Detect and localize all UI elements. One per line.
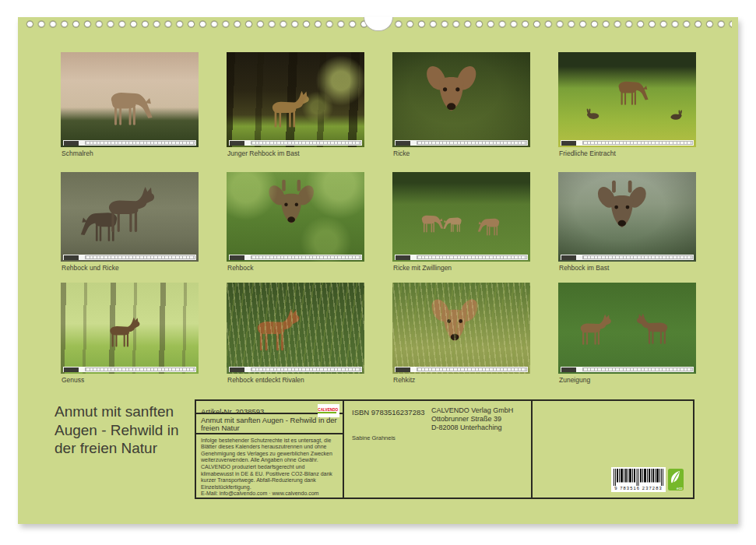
deer-figure-grazing xyxy=(438,213,468,234)
deer-figure-standing xyxy=(102,317,149,350)
calendar-strip-day-cells xyxy=(417,141,528,145)
calendar-back-cover: { "colors": { "page_green": "#ccd98b", "… xyxy=(0,0,756,545)
calendar-thumbnail: Friedliche Eintracht xyxy=(558,52,696,147)
calendar-strip-day-cells xyxy=(582,255,694,259)
calendar-strip-day-cells xyxy=(582,141,694,145)
calendar-strip-day-cells xyxy=(251,255,362,259)
calendar-strip-month-label xyxy=(396,141,410,146)
calendar-thumbnail: Junger Rehbock im Bast xyxy=(227,52,364,147)
artikel-number: Artikel-Nr. 2038593 xyxy=(201,407,264,416)
calendar-thumbnail: Genuss xyxy=(61,283,199,374)
calendar-strip-month-label xyxy=(561,141,576,146)
calendar-strip xyxy=(395,140,528,146)
calendar-thumbnail: Ricke xyxy=(392,52,530,147)
deer-figure-buck-head xyxy=(591,180,653,242)
back-cover-title: Anmut mit sanften Augen - Rehwild in der… xyxy=(55,403,199,458)
calendar-strip xyxy=(561,255,694,260)
deer-figure-standing xyxy=(97,186,168,236)
info-column-left: Artikel-Nr. 2038593 CALVENDO Anmut mit s… xyxy=(196,401,344,498)
deer-figure-buck-head xyxy=(262,179,320,237)
thumbnail-caption: Friedliche Eintracht xyxy=(559,150,616,157)
calendar-strip-day-cells xyxy=(85,141,196,145)
calendar-strip-day-cells xyxy=(251,141,362,145)
calendar-strip-day-cells xyxy=(417,255,528,259)
deer-figure-grazing xyxy=(471,213,507,237)
deer-figure-grazing xyxy=(608,73,658,108)
thumbnail-caption: Junger Rehbock im Bast xyxy=(227,150,300,157)
calvendo-logo: CALVENDO xyxy=(318,404,339,417)
info-column-right: 9 783516 237283 eco xyxy=(533,401,693,498)
publisher-address: CALVENDO Verlag GmbH Ottobrunner Straße … xyxy=(431,406,513,432)
calendar-strip-day-cells xyxy=(85,255,196,259)
calendar-strip xyxy=(63,255,196,260)
thumbnail-photo xyxy=(392,283,530,374)
calendar-strip-month-label xyxy=(561,367,576,372)
calendar-thumbnail: Rehbock und Ricke xyxy=(61,172,199,262)
info-column-middle: ISBN 9783516237283 CALVENDO Verlag GmbH … xyxy=(344,401,533,498)
calendar-strip-day-cells xyxy=(251,367,362,371)
thumbnail-caption: Ricke xyxy=(393,150,410,157)
thumbnail-caption: Schmalreh xyxy=(62,150,93,157)
calendar-thumbnail: Rehbock entdeckt Rivalen xyxy=(227,283,364,374)
calendar-strip-month-label xyxy=(230,255,244,260)
calendar-thumbnail: Ricke mit Zwillingen xyxy=(392,172,530,262)
deer-figure-doe-head xyxy=(425,295,484,354)
calendar-strip xyxy=(561,367,694,372)
calendar-strip-day-cells xyxy=(417,367,528,371)
calendar-thumbnail: Rehkitz xyxy=(392,283,530,374)
calendar-strip-month-label xyxy=(230,141,244,146)
deer-figure-standing xyxy=(246,308,312,354)
calendar-strip xyxy=(229,140,362,146)
legal-cell: Infolge bestehender Schutzrechte ist es … xyxy=(196,434,343,498)
thumbnail-caption: Zuneigung xyxy=(559,377,590,384)
deer-figure-standing xyxy=(262,90,320,131)
thumbnail-photo xyxy=(227,172,364,262)
calendar-thumbnail: Zuneigung xyxy=(558,283,696,374)
calendar-thumbnail: Schmalreh xyxy=(61,52,199,147)
calvendo-logo-book-icon xyxy=(339,407,339,415)
thumbnail-photo xyxy=(61,283,199,374)
thumbnail-caption: Rehbock xyxy=(227,265,254,272)
author-name: Sabine Grahneis xyxy=(352,434,396,441)
thumbnail-caption: Ricke mit Zwillingen xyxy=(393,265,452,272)
eco-badge: eco xyxy=(668,469,684,490)
calendar-strip-month-label xyxy=(396,367,410,372)
calendar-page: Schmalreh Junger Rehbock im Bast Ricke F… xyxy=(18,17,738,524)
calendar-strip xyxy=(229,367,362,372)
calendar-strip xyxy=(63,140,196,146)
calendar-strip-month-label xyxy=(396,255,410,260)
calendar-strip xyxy=(395,367,528,372)
deer-figure-doe-head xyxy=(420,62,483,125)
isbn-number: ISBN 9783516237283 xyxy=(352,408,425,417)
calendar-thumbnail: Rehbock xyxy=(227,172,364,262)
thumbnail-photo xyxy=(227,52,364,147)
thumbnail-caption: Rehbock und Ricke xyxy=(62,265,119,272)
ean-barcode: 9 783516 237283 xyxy=(611,467,666,492)
thumbnail-caption: Rehbock im Bast xyxy=(559,265,609,272)
deer-figure-standing xyxy=(572,314,621,347)
thumbnail-photo xyxy=(61,52,199,147)
thumbnail-photo xyxy=(392,172,530,262)
artikel-row: Artikel-Nr. 2038593 CALVENDO xyxy=(196,401,343,414)
thumbnail-photo xyxy=(558,172,696,262)
calendar-strip-month-label xyxy=(230,367,244,372)
thumbnail-caption: Genuss xyxy=(62,377,84,384)
calvendo-logo-tagline xyxy=(318,412,336,413)
calendar-strip-month-label xyxy=(561,255,576,260)
thumbnail-photo xyxy=(227,283,364,374)
contact-line: E-Mail: info@calvendo.com · www.calvendo… xyxy=(201,490,338,498)
calendar-strip-day-cells xyxy=(85,367,196,371)
deer-figure-standing xyxy=(628,313,676,346)
calendar-strip-month-label xyxy=(64,367,79,372)
thumbnail-caption: Rehkitz xyxy=(393,377,415,384)
barcode-bars xyxy=(614,469,663,486)
calendar-strip xyxy=(395,255,528,260)
calvendo-logo-wordmark: CALVENDO xyxy=(318,408,338,412)
info-table: Artikel-Nr. 2038593 CALVENDO Anmut mit s… xyxy=(195,399,694,499)
calendar-strip xyxy=(561,140,694,146)
thumbnail-caption: Rehbock entdeckt Rivalen xyxy=(227,377,304,384)
calendar-strip xyxy=(229,255,362,260)
deer-figure-hare xyxy=(669,109,685,121)
calendar-strip-day-cells xyxy=(582,367,694,371)
deer-figure-hare xyxy=(583,107,601,120)
